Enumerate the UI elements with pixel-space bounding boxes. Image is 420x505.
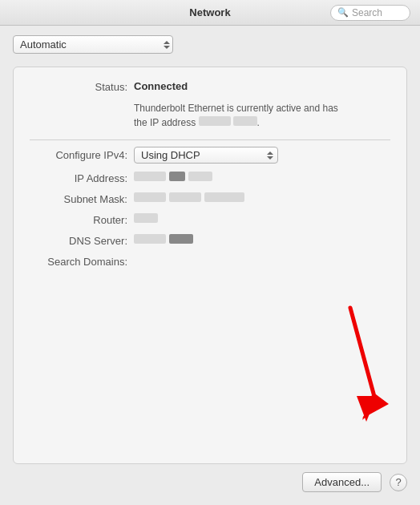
subnet-mask-label: Subnet Mask: bbox=[30, 192, 134, 205]
help-button[interactable]: ? bbox=[390, 474, 407, 491]
subnet-seg3 bbox=[204, 192, 244, 202]
dns-seg2 bbox=[169, 234, 193, 244]
status-row: Status: Connected bbox=[30, 80, 390, 93]
configure-ipv4-label: Configure IPv4: bbox=[30, 149, 134, 161]
location-dropdown-wrapper: Automatic bbox=[13, 35, 173, 54]
status-description-row: Thunderbolt Ethernet is currently active… bbox=[30, 101, 390, 130]
svg-marker-2 bbox=[362, 393, 384, 420]
ip-seg3 bbox=[188, 172, 212, 181]
subnet-mask-value bbox=[134, 192, 244, 202]
svg-marker-1 bbox=[362, 394, 389, 418]
router-seg1 bbox=[134, 213, 158, 223]
search-label: Search bbox=[352, 7, 382, 18]
search-box[interactable]: 🔍 Search bbox=[330, 5, 410, 21]
advanced-button[interactable]: Advanced... bbox=[302, 472, 382, 492]
ip-address-row: IP Address: bbox=[30, 172, 390, 184]
ip-seg1 bbox=[134, 172, 166, 181]
blurred-ip-2 bbox=[233, 116, 257, 126]
dns-seg1 bbox=[134, 234, 166, 244]
window-title: Network bbox=[189, 6, 230, 18]
dns-server-label: DNS Server: bbox=[30, 234, 134, 247]
location-dropdown[interactable]: Automatic bbox=[13, 35, 173, 54]
status-value: Connected bbox=[134, 80, 188, 92]
blurred-ip-1 bbox=[199, 116, 231, 126]
dns-server-value bbox=[134, 234, 193, 244]
main-content: Automatic Status: Connected Thunderbolt … bbox=[0, 26, 420, 505]
subnet-seg1 bbox=[134, 192, 166, 202]
status-description: Thunderbolt Ethernet is currently active… bbox=[134, 101, 342, 130]
dns-server-row: DNS Server: bbox=[30, 234, 390, 247]
ip-seg2 bbox=[169, 172, 185, 181]
subnet-seg2 bbox=[169, 192, 201, 202]
subnet-mask-row: Subnet Mask: bbox=[30, 192, 390, 205]
svg-line-0 bbox=[350, 308, 376, 402]
search-domains-label: Search Domains: bbox=[30, 255, 134, 268]
search-domains-row: Search Domains: bbox=[30, 255, 390, 268]
router-label: Router: bbox=[30, 213, 134, 226]
status-desc-spacer bbox=[30, 101, 134, 102]
divider bbox=[30, 139, 390, 140]
title-bar: Network 🔍 Search bbox=[0, 0, 420, 26]
status-section: Status: Connected Thunderbolt Ethernet i… bbox=[30, 80, 390, 130]
bottom-bar: Advanced... ? bbox=[13, 464, 407, 495]
status-label: Status: bbox=[30, 80, 134, 93]
ip-address-label: IP Address: bbox=[30, 172, 134, 184]
router-row: Router: bbox=[30, 213, 390, 226]
configure-ipv4-dropdown-wrapper: Using DHCP Manually Using BootP Off bbox=[134, 147, 278, 164]
configure-ipv4-row: Configure IPv4: Using DHCP Manually Usin… bbox=[30, 147, 390, 164]
location-dropdown-row: Automatic bbox=[13, 35, 407, 54]
search-icon: 🔍 bbox=[337, 7, 349, 18]
red-arrow-annotation bbox=[326, 300, 398, 428]
router-value bbox=[134, 213, 158, 223]
info-panel: Status: Connected Thunderbolt Ethernet i… bbox=[13, 67, 407, 464]
configure-ipv4-dropdown[interactable]: Using DHCP Manually Using BootP Off bbox=[134, 147, 278, 164]
ip-address-value bbox=[134, 172, 212, 181]
